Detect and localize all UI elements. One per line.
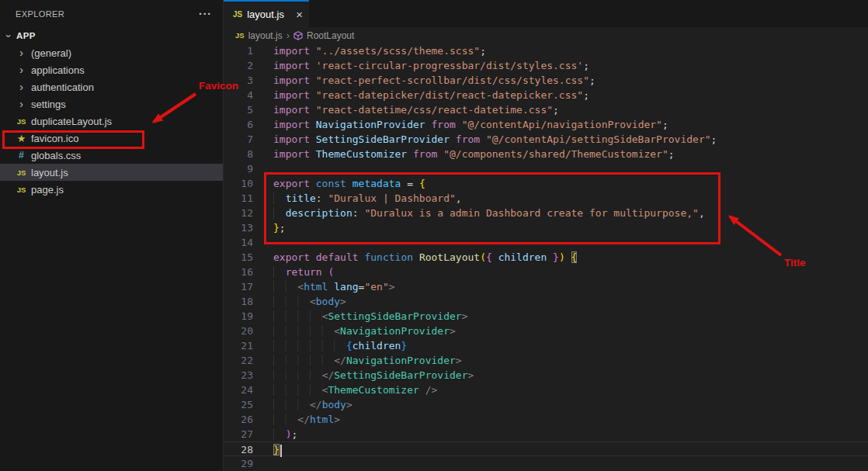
symbol-class-icon xyxy=(293,31,303,40)
line-content: </SettingSideBarProvider> xyxy=(273,368,474,383)
item-label: favicon.ico xyxy=(31,133,78,144)
tab-layout-js[interactable]: JS layout.js × xyxy=(224,0,309,27)
code-line-8[interactable]: 8import ThemeCustomizer from "@/componen… xyxy=(224,147,868,161)
line-number: 14 xyxy=(224,235,253,250)
sidebar-item-applications[interactable]: ›applications xyxy=(0,61,223,78)
line-content: } xyxy=(273,442,282,455)
breadcrumb-symbol[interactable]: RootLayout xyxy=(307,30,354,41)
line-content: </NavigationProvider> xyxy=(273,353,462,368)
line-number: 8 xyxy=(224,147,253,161)
line-content: export const metadata = { xyxy=(273,176,425,191)
line-content: </html> xyxy=(273,412,340,427)
tab-bar: JS layout.js × xyxy=(224,0,868,27)
breadcrumb-file[interactable]: layout.js xyxy=(248,30,283,41)
code-line-1[interactable]: 1import "../assets/scss/theme.scss"; xyxy=(224,43,868,58)
line-number: 22 xyxy=(224,353,253,368)
line-number: 7 xyxy=(224,132,253,147)
code-line-24[interactable]: 24 <ThemeCustomizer /> xyxy=(224,383,868,397)
close-icon[interactable]: × xyxy=(296,9,303,20)
chevron-right-icon: › xyxy=(15,47,28,59)
line-content: import SettingSideBarProvider from "@/co… xyxy=(273,132,717,147)
sidebar-item-page-js[interactable]: JSpage.js xyxy=(0,181,223,198)
text-cursor xyxy=(280,445,282,457)
chevron-right-icon: › xyxy=(15,64,28,76)
code-line-4[interactable]: 4import "react-datepicker/dist/react-dat… xyxy=(224,88,868,102)
code-line-14[interactable]: 14 xyxy=(224,235,868,250)
sidebar-item-globals-css[interactable]: #globals.css xyxy=(0,147,223,164)
sidebar-item--general-[interactable]: ›(general) xyxy=(0,44,223,61)
more-actions-icon[interactable]: ··· xyxy=(199,10,212,18)
file-tree: ›(general)›applications›authentication›s… xyxy=(0,44,223,198)
line-number: 4 xyxy=(224,88,253,102)
line-content: export default function RootLayout({ chi… xyxy=(273,250,577,265)
line-number: 20 xyxy=(224,324,253,338)
explorer-header: EXPLORER ··· xyxy=(0,0,223,27)
code-line-12[interactable]: 12 description: "Duralux is a admin Dash… xyxy=(224,206,868,220)
code-line-9[interactable]: 9 xyxy=(224,161,868,176)
item-label: authentication xyxy=(31,81,94,93)
line-number: 6 xyxy=(224,117,253,132)
js-file-icon: JS xyxy=(15,117,28,126)
code-line-23[interactable]: 23 </SettingSideBarProvider> xyxy=(224,368,868,383)
code-line-27[interactable]: 27 ); xyxy=(224,427,868,442)
code-line-25[interactable]: 25 </body> xyxy=(224,397,868,412)
favicon-star-icon: ★ xyxy=(15,133,28,144)
code-line-28[interactable]: 28} xyxy=(224,442,868,456)
code-line-18[interactable]: 18 <body> xyxy=(224,294,868,309)
line-number: 5 xyxy=(224,102,253,117)
line-content: import "react-datepicker/dist/react-date… xyxy=(273,88,589,102)
line-number: 3 xyxy=(224,73,253,88)
code-line-13[interactable]: 13}; xyxy=(224,220,868,235)
code-line-16[interactable]: 16 return ( xyxy=(224,265,868,279)
chevron-right-icon: › xyxy=(286,29,290,41)
line-number: 17 xyxy=(224,279,253,294)
line-content: <SettingSideBarProvider> xyxy=(273,309,467,324)
item-label: applications xyxy=(31,64,85,76)
line-content: import 'react-circular-progressbar/dist/… xyxy=(273,58,589,73)
editor-group: JS layout.js × JS layout.js › RootLayout… xyxy=(224,0,868,471)
explorer-title: EXPLORER xyxy=(16,9,64,19)
line-content: }; xyxy=(273,220,286,235)
code-line-7[interactable]: 7import SettingSideBarProvider from "@/c… xyxy=(224,132,868,147)
sidebar-item-favicon-ico[interactable]: ★favicon.ico xyxy=(0,130,223,147)
section-label: APP xyxy=(16,31,36,40)
code-line-2[interactable]: 2import 'react-circular-progressbar/dist… xyxy=(224,58,868,73)
code-line-10[interactable]: 10export const metadata = { xyxy=(224,176,868,191)
line-number: 19 xyxy=(224,309,253,324)
sidebar-item-settings[interactable]: ›settings xyxy=(0,95,223,113)
sidebar-item-duplicatelayout-js[interactable]: JSduplicateLayout.js xyxy=(0,113,223,130)
code-line-5[interactable]: 5import "react-datetime/css/react-dateti… xyxy=(224,102,868,117)
line-number: 21 xyxy=(224,338,253,353)
code-line-22[interactable]: 22 </NavigationProvider> xyxy=(224,353,868,368)
line-content: import "react-perfect-scrollbar/dist/css… xyxy=(273,73,595,88)
css-hash-icon: # xyxy=(15,150,28,161)
line-content: ); xyxy=(273,427,297,442)
chevron-right-icon: › xyxy=(15,81,28,93)
line-number: 24 xyxy=(224,383,253,397)
vscode-window: EXPLORER ··· › APP ›(general)›applicatio… xyxy=(0,0,868,471)
sidebar-item-layout-js[interactable]: JSlayout.js xyxy=(0,164,223,181)
code-line-29[interactable]: 29 xyxy=(224,456,868,471)
line-number: 1 xyxy=(224,43,253,58)
code-line-19[interactable]: 19 <SettingSideBarProvider> xyxy=(224,309,868,324)
line-number: 18 xyxy=(224,294,253,309)
code-line-26[interactable]: 26 </html> xyxy=(224,412,868,427)
line-content: return ( xyxy=(273,265,334,279)
code-line-3[interactable]: 3import "react-perfect-scrollbar/dist/cs… xyxy=(224,73,868,88)
breadcrumb: JS layout.js › RootLayout xyxy=(224,27,868,43)
code-line-6[interactable]: 6import NavigationProvider from "@/conte… xyxy=(224,117,868,132)
code-line-20[interactable]: 20 <NavigationProvider> xyxy=(224,324,868,338)
line-number: 11 xyxy=(224,191,253,206)
sidebar-item-authentication[interactable]: ›authentication xyxy=(0,78,223,95)
code-line-17[interactable]: 17 <html lang="en"> xyxy=(224,279,868,294)
section-app[interactable]: › APP xyxy=(0,27,223,44)
item-label: layout.js xyxy=(31,167,68,178)
code-editor[interactable]: 1import "../assets/scss/theme.scss";2imp… xyxy=(224,43,868,471)
line-content: <html lang="en"> xyxy=(273,279,395,294)
line-number: 23 xyxy=(224,368,253,383)
item-label: duplicateLayout.js xyxy=(31,116,112,127)
code-line-11[interactable]: 11 title: "Duralux | Dashboard", xyxy=(224,191,868,206)
code-line-21[interactable]: 21 {children} xyxy=(224,338,868,353)
line-number: 28 xyxy=(224,442,253,455)
code-line-15[interactable]: 15export default function RootLayout({ c… xyxy=(224,250,868,265)
